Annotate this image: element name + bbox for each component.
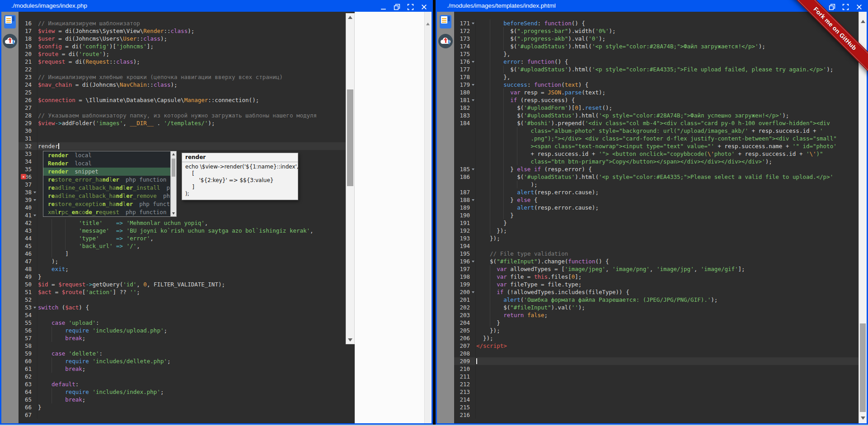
- code-line[interactable]: 58: [19, 342, 346, 350]
- code-line[interactable]: 32render: [19, 142, 346, 150]
- code-line[interactable]: 19$config = di('config')['johncms'];: [19, 42, 346, 50]
- fold-arrow-icon[interactable]: [472, 199, 474, 201]
- code-line[interactable]: 181if (resp.success) {: [454, 96, 859, 104]
- code-line[interactable]: 187alert(resp.error.cause);: [454, 188, 859, 196]
- code-line[interactable]: 48exit;: [19, 265, 346, 273]
- code-line[interactable]: 212: [454, 380, 859, 388]
- code-line[interactable]: 192});: [454, 227, 859, 234]
- scroll-up-icon[interactable]: [426, 23, 430, 25]
- code-line[interactable]: 201alert('Ошибка формата файла Разрешает…: [454, 296, 859, 304]
- code-line[interactable]: );: [454, 181, 859, 188]
- code-line[interactable]: 52: [19, 296, 346, 304]
- code-line[interactable]: 199var fileType = file.type;: [454, 281, 859, 288]
- code-line[interactable]: 193});: [454, 234, 859, 242]
- code-line[interactable]: 50$id = $request->getQuery('id', 0, FILT…: [19, 281, 346, 288]
- code-line[interactable]: 18$user = di(Johncms\Users\User::class);: [19, 35, 346, 42]
- code-line[interactable]: 25: [19, 89, 346, 96]
- code-line[interactable]: 64require 'includes/index.php';: [19, 388, 346, 396]
- code-line[interactable]: 210: [454, 365, 859, 373]
- code-line[interactable]: 195// File type validation: [454, 250, 859, 257]
- restore-icon[interactable]: [394, 3, 400, 9]
- autocomplete-scrollbar[interactable]: [170, 151, 176, 216]
- github-ribbon-band[interactable]: Fork me on GitHub: [787, 0, 868, 77]
- code-line[interactable]: 207</script>: [454, 342, 859, 350]
- code-line[interactable]: 194: [454, 242, 859, 250]
- page-scrollbar-left[interactable]: [424, 12, 432, 423]
- code-line[interactable]: 198var file = this.files[0];: [454, 273, 859, 281]
- save-file-icon[interactable]: [4, 15, 16, 28]
- fold-arrow-icon[interactable]: [472, 291, 474, 293]
- code-line[interactable]: 56require 'includes/upload.php';: [19, 327, 346, 334]
- code-line[interactable]: 209: [454, 357, 859, 365]
- fold-arrow-icon[interactable]: [472, 61, 474, 63]
- fold-arrow-icon[interactable]: [472, 261, 474, 262]
- code-line[interactable]: 21$request = di(Request::class);: [19, 58, 346, 66]
- github-ribbon[interactable]: Fork me on GitHub: [778, 0, 868, 90]
- code-line[interactable]: 208: [454, 350, 859, 357]
- editor-scrollbar-left[interactable]: [346, 12, 355, 423]
- code-line[interactable]: 211: [454, 373, 859, 380]
- code-line[interactable]: 67: [19, 411, 346, 419]
- code-line[interactable]: class="btn btn-primary">Copy</button></s…: [454, 158, 859, 165]
- code-line[interactable]: 204}: [454, 319, 859, 327]
- fold-arrow-icon[interactable]: [33, 215, 36, 216]
- code-line[interactable]: 28// Указываем шаблонизатору папку, из к…: [19, 112, 346, 119]
- code-line[interactable]: 186$('#uploadStatus').html('<p style="co…: [454, 173, 859, 181]
- code-line[interactable]: 215: [454, 403, 859, 411]
- code-line[interactable]: ><span class="text-nowrap"><input type="…: [454, 142, 859, 150]
- autocomplete-dropdown[interactable]: renderlocalRenderlocalrendersnippetresto…: [43, 151, 177, 217]
- autocomplete-item[interactable]: readline_callback_handler_removephp func…: [43, 192, 170, 200]
- code-line[interactable]: 53switch ($act) {: [19, 304, 346, 311]
- code-line[interactable]: 22: [19, 66, 346, 73]
- code-line[interactable]: 188} else {: [454, 196, 859, 204]
- code-line[interactable]: 60require 'includes/dellete.php';: [19, 357, 346, 365]
- code-line[interactable]: 182$('#uploadForm')[0].reset();: [454, 104, 859, 112]
- fold-arrow-icon[interactable]: [472, 99, 474, 101]
- code-line[interactable]: 43'message' => 'BU joyni ko`rish uchun s…: [19, 227, 346, 234]
- autocomplete-item[interactable]: renderlocal: [43, 151, 170, 159]
- code-line[interactable]: 216: [454, 411, 859, 419]
- code-line[interactable]: 197var allowedTypes = ['image/jpeg', 'im…: [454, 265, 859, 273]
- code-line[interactable]: .png");"></div> <div class="card-footer …: [454, 135, 859, 142]
- code-line[interactable]: 65break;: [19, 396, 346, 403]
- code-line[interactable]: 185} else if (resp.error) {: [454, 165, 859, 173]
- code-line[interactable]: 45'back_url' => '/',: [19, 242, 346, 250]
- autocomplete-item[interactable]: restore_error_handlerphp function: [43, 176, 170, 184]
- code-line[interactable]: 55case 'upload':: [19, 319, 346, 327]
- scroll-down-icon[interactable]: [348, 338, 352, 342]
- scrollbar-track[interactable]: [346, 13, 355, 344]
- code-line[interactable]: 17$view = di(Johncms\System\View\Render:…: [19, 27, 346, 35]
- code-line[interactable]: 30: [19, 127, 346, 135]
- autocomplete-item[interactable]: rendersnippet: [43, 168, 170, 176]
- code-line[interactable]: + resp.success.id + '"> <button onclick=…: [454, 150, 859, 158]
- code-line[interactable]: 23// Инициализируем хлебные крошки (цепо…: [19, 73, 346, 81]
- code-line[interactable]: 205});: [454, 327, 859, 334]
- scroll-up-icon[interactable]: [348, 16, 352, 19]
- code-line[interactable]: 190}: [454, 211, 859, 219]
- code-line[interactable]: 54: [19, 311, 346, 319]
- fold-arrow-icon[interactable]: [33, 307, 36, 309]
- code-line[interactable]: 200if (!allowedTypes.includes(fileType))…: [454, 288, 859, 296]
- fold-arrow-icon[interactable]: [472, 169, 474, 170]
- code-line[interactable]: 44'type' => 'error',: [19, 234, 346, 242]
- code-line[interactable]: 191}: [454, 219, 859, 227]
- code-line[interactable]: 29$view->addFolder('images', __DIR__ . '…: [19, 119, 346, 127]
- code-line[interactable]: 183$('#uploadStatus').html('<p style="co…: [454, 112, 859, 119]
- code-line[interactable]: 203return false;: [454, 311, 859, 319]
- code-line[interactable]: 196$("#fileInput").change(function() {: [454, 257, 859, 265]
- code-line[interactable]: 24$nav_chain = di(Johncms\NavChain::clas…: [19, 81, 346, 89]
- code-line[interactable]: 27: [19, 104, 346, 112]
- code-line[interactable]: 16// Инициализируем шаблонизатор: [19, 19, 346, 27]
- code-line[interactable]: 206});: [454, 334, 859, 342]
- code-line[interactable]: 46]: [19, 250, 346, 257]
- scroll-up-icon[interactable]: [172, 153, 175, 155]
- code-line[interactable]: 66}: [19, 403, 346, 411]
- scrollbar-thumb[interactable]: [172, 159, 175, 177]
- code-line[interactable]: 63default:: [19, 380, 346, 388]
- code-line[interactable]: 42'title' => 'Mehmonlar uchun yopiq',: [19, 219, 346, 227]
- code-line[interactable]: 214: [454, 396, 859, 403]
- code-line[interactable]: 184$('#boshi').prepend('<div class="col …: [454, 119, 859, 127]
- code-line[interactable]: 57break;: [19, 334, 346, 342]
- close-icon[interactable]: [421, 3, 427, 9]
- code-line[interactable]: 47);: [19, 257, 346, 265]
